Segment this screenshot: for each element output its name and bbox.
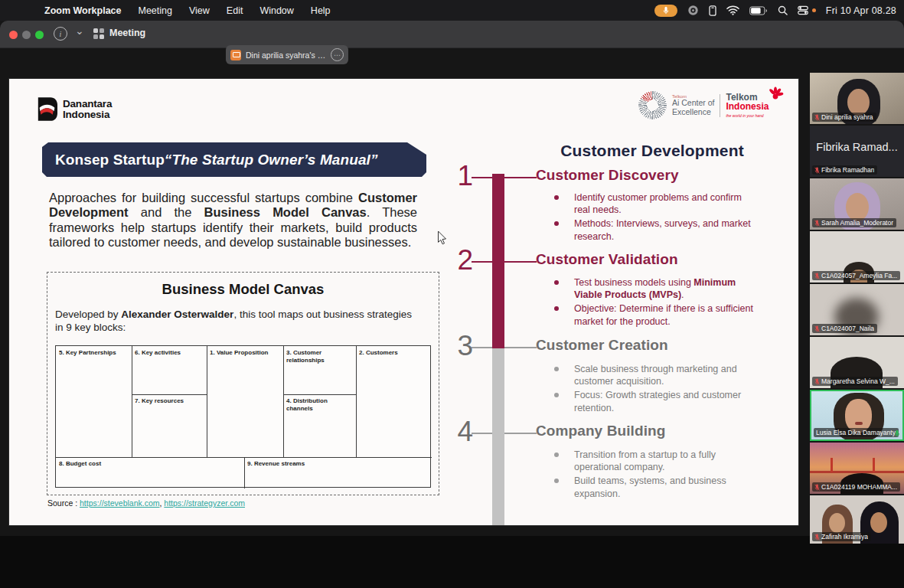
mic-muted-icon bbox=[814, 378, 820, 385]
coe-line2: Excellence bbox=[672, 108, 714, 117]
step-heading-1: Customer Discovery bbox=[536, 167, 679, 184]
bmc-subtitle: Developed by Alexander Osterwalder, this… bbox=[55, 309, 416, 334]
participant-tile-dini[interactable]: Dini aprilia syahra bbox=[810, 73, 904, 124]
coe-line1: Ai Center of bbox=[672, 99, 714, 108]
mic-muted-icon bbox=[814, 114, 820, 121]
participant-tile-ameylia[interactable]: C1A024057_Ameylia Fa... bbox=[810, 231, 904, 283]
business-model-canvas-box: Business Model Canvas Developed by Alexa… bbox=[47, 272, 439, 495]
mic-muted-icon bbox=[814, 167, 820, 174]
participant-name-label: Lusia Elsa Dika Damayanty bbox=[814, 428, 899, 437]
partner-logos: Telkom Ai Center of Excellence Telkom In… bbox=[638, 91, 782, 119]
display-device-icon[interactable] bbox=[709, 5, 716, 16]
menu-view[interactable]: View bbox=[189, 5, 210, 16]
bmc-cell-key-resources: 7. Key resources bbox=[135, 397, 204, 405]
shared-screen-tab-label: Dini aprilia syahra's screen bbox=[246, 51, 328, 60]
participant-tile-naila[interactable]: C1A024007_Naila bbox=[810, 284, 904, 335]
danantara-logo: Danantara Indonesia bbox=[37, 97, 112, 121]
bmc-cell-key-activities: 6. Key activities bbox=[135, 349, 204, 357]
step-heading-4: Company Building bbox=[536, 423, 665, 439]
telkom-indonesia-logo: Telkom Indonesia the world in your hand bbox=[726, 93, 782, 118]
screen-share-icon bbox=[230, 50, 241, 60]
telkom-hand-icon bbox=[767, 87, 784, 103]
source-link-strategyzer: https://strategyzer.com bbox=[164, 498, 245, 508]
participant-tile-fibrika[interactable]: Fibrika Ramad... Fibrika Ramadhan bbox=[810, 126, 904, 177]
participant-name-label: C1A024119 MOHAMMA... bbox=[812, 482, 900, 492]
mic-icon bbox=[663, 6, 669, 15]
participant-name-label: Dini aprilia syahra bbox=[812, 113, 876, 122]
macos-menu-bar: Zoom Workplace Meeting View Edit Window … bbox=[0, 0, 904, 21]
step-bullets-1: Identify customer problems and confirm r… bbox=[545, 191, 767, 244]
info-icon[interactable]: i bbox=[54, 27, 67, 41]
menu-help[interactable]: Help bbox=[311, 5, 331, 16]
mic-muted-icon bbox=[814, 220, 820, 227]
step-number-3: 3 bbox=[442, 329, 473, 363]
telkom-tagline: the world in your hand bbox=[726, 113, 769, 118]
participant-tile-zafirah[interactable]: Zafirah Ikramiya bbox=[810, 495, 904, 544]
bmc-cell-key-partnerships: 5. Key Partnerships bbox=[59, 349, 129, 357]
mic-muted-icon bbox=[814, 273, 820, 279]
bmc-cell-revenue-streams: 9. Revenue streams bbox=[247, 460, 370, 468]
source-line: Source : https://steveblank.com, https:/… bbox=[47, 498, 245, 508]
bmc-cell-budget-cost: 8. Budget cost bbox=[59, 460, 181, 468]
bmc-table: 5. Key Partnerships 6. Key activities 7.… bbox=[55, 345, 431, 488]
brand-line2: Indonesia bbox=[63, 109, 112, 120]
telkom-line2: Indonesia bbox=[726, 102, 769, 112]
step-number-4: 4 bbox=[442, 415, 473, 449]
danantara-mark-icon bbox=[37, 97, 57, 121]
bmc-cell-customers: 2. Customers bbox=[359, 349, 428, 357]
wifi-icon[interactable] bbox=[726, 5, 739, 15]
menu-zoom-workplace[interactable]: Zoom Workplace bbox=[44, 5, 121, 16]
intro-paragraph: Approaches for building successful start… bbox=[49, 191, 417, 250]
bmc-cell-distribution-channels: 4. Distribution channels bbox=[286, 397, 354, 412]
participant-name-label: C1A024007_Naila bbox=[812, 324, 877, 333]
minimize-window-button[interactable] bbox=[22, 31, 31, 39]
spotlight-search-icon[interactable] bbox=[778, 5, 788, 15]
timeline-bar-inactive bbox=[492, 348, 504, 525]
ai-coe-burst-icon bbox=[638, 91, 667, 119]
step-bullets-3: Scale business through marketing and cus… bbox=[545, 363, 767, 416]
step-bullets-4: Transition from a startup to a fully ope… bbox=[545, 449, 767, 501]
participant-tile-margaretha[interactable]: Margaretha Selvina W_... bbox=[810, 337, 904, 388]
participant-name-label: Zafirah Ikramiya bbox=[812, 532, 871, 541]
logo-divider bbox=[720, 94, 720, 117]
participant-big-name: Fibrika Ramad... bbox=[810, 141, 904, 153]
step-heading-3: Customer Creation bbox=[536, 337, 668, 354]
mic-muted-icon bbox=[814, 534, 820, 541]
step-number-1: 1 bbox=[442, 159, 473, 193]
shared-screen-tab[interactable]: Dini aprilia syahra's screen ⋯ bbox=[226, 45, 348, 64]
mic-in-use-indicator[interactable] bbox=[654, 5, 677, 17]
shared-screen-slide: Danantara Indonesia Telkom Ai Center of … bbox=[9, 79, 798, 525]
mic-muted-icon bbox=[814, 325, 820, 332]
battery-icon[interactable] bbox=[749, 6, 768, 15]
timeline-bar-active bbox=[492, 174, 504, 348]
zoom-window-titlebar: i ⌄ Meeting Dini aprilia syahra's screen… bbox=[0, 21, 904, 48]
participant-tile-sarah[interactable]: Sarah Amalia_Moderator bbox=[810, 178, 904, 230]
slide-title-banner: Konsep Startup “The Startup Owner’s Manu… bbox=[42, 142, 426, 177]
participant-tile-lusia-active-speaker[interactable]: Lusia Elsa Dika Damayanty bbox=[810, 390, 904, 441]
chevron-down-icon[interactable]: ⌄ bbox=[75, 24, 84, 37]
close-window-button[interactable] bbox=[9, 31, 18, 39]
menubar-clock[interactable]: Fri 10 Apr 08.28 bbox=[826, 5, 896, 16]
meeting-grid-icon bbox=[93, 28, 104, 39]
zoom-window-button[interactable] bbox=[35, 31, 44, 39]
menu-meeting[interactable]: Meeting bbox=[138, 5, 171, 16]
mic-active-icon bbox=[894, 430, 900, 437]
menu-window[interactable]: Window bbox=[259, 5, 293, 16]
tab-options-icon[interactable]: ⋯ bbox=[331, 48, 344, 61]
mouse-cursor bbox=[437, 230, 447, 245]
bmc-cell-customer-relationships: 3. Customer relationships bbox=[286, 349, 340, 364]
control-center-icon[interactable] bbox=[798, 5, 808, 15]
step-number-2: 2 bbox=[442, 243, 473, 277]
participant-name-label: C1A024057_Ameylia Fa... bbox=[812, 271, 900, 280]
source-link-steveblank: https://steveblank.com bbox=[80, 498, 159, 508]
step-bullets-2: Test business models using Minimum Viabl… bbox=[545, 276, 767, 329]
menu-edit[interactable]: Edit bbox=[227, 5, 243, 16]
participant-name-label: Fibrika Ramadhan bbox=[812, 165, 877, 175]
menubar-circle-icon[interactable] bbox=[687, 5, 699, 16]
step-heading-2: Customer Validation bbox=[536, 251, 678, 268]
participant-tile-mohamma[interactable]: C1A024119 MOHAMMA... bbox=[810, 443, 904, 494]
bmc-cell-value-proposition: 1. Value Proposition bbox=[210, 349, 280, 357]
source-label: Source : bbox=[47, 498, 77, 508]
brand-line1: Danantara bbox=[63, 99, 112, 109]
window-title: Meeting bbox=[109, 28, 145, 38]
